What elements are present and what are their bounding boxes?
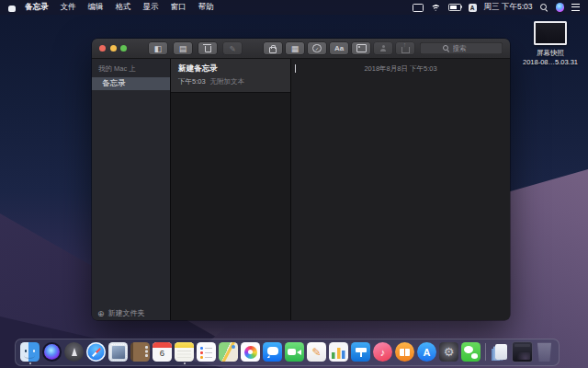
menu-edit[interactable]: 编辑 <box>88 2 104 13</box>
delete-note-button[interactable] <box>198 42 217 54</box>
sidebar-item-notes[interactable]: 备忘录 <box>92 77 170 90</box>
display-icon[interactable] <box>413 4 424 12</box>
new-folder-button[interactable]: 新建文件夹 <box>92 305 170 320</box>
dock-icon-art <box>535 342 554 362</box>
dock-icon-art <box>417 342 436 362</box>
add-people-button[interactable] <box>374 42 392 54</box>
menu-help[interactable]: 帮助 <box>198 2 214 13</box>
search-field[interactable] <box>420 42 503 54</box>
note-preview: 无附加文本 <box>210 77 245 86</box>
dock-icon-art <box>175 342 194 362</box>
wifi-icon[interactable] <box>431 4 441 11</box>
dock-icon-appstore[interactable] <box>417 342 436 362</box>
dock-icon-art <box>241 342 260 362</box>
dock-icon-photos[interactable] <box>241 342 260 362</box>
menu-view[interactable]: 显示 <box>143 2 159 13</box>
apple-menu-icon[interactable] <box>8 4 16 12</box>
screenshot-thumbnail[interactable] <box>534 21 567 45</box>
format-button[interactable]: Aa <box>330 42 348 54</box>
dock-icon-art <box>373 342 392 362</box>
dock-icon-art <box>263 342 282 362</box>
dock-icon-contacts[interactable] <box>130 342 150 362</box>
search-icon[interactable] <box>540 4 548 12</box>
dock-icon-separator <box>485 343 486 361</box>
dock-icon-art <box>395 342 414 362</box>
dock-icon-art <box>285 342 304 362</box>
dock-icon-downloads[interactable] <box>491 342 510 362</box>
open-indicator-dot <box>29 362 31 364</box>
input-source-icon[interactable] <box>469 4 477 12</box>
battery-icon[interactable] <box>448 4 461 11</box>
dock-icon-art <box>513 342 532 362</box>
open-indicator-dot <box>184 362 186 364</box>
dock-icon-reminders[interactable] <box>197 342 216 362</box>
dock-icon-numbers[interactable] <box>329 342 348 362</box>
dock-icon-art <box>86 342 106 362</box>
dock-icon-minimized-window[interactable] <box>513 342 532 362</box>
checklist-button[interactable] <box>308 42 326 54</box>
menu-window[interactable]: 窗口 <box>171 2 187 13</box>
toolbar-right-group: Aa <box>264 42 414 54</box>
dock-icon-art <box>307 342 326 362</box>
dock-icon-itunes[interactable] <box>373 342 392 362</box>
note-time: 下午5:03 <box>178 77 206 86</box>
dock-icon-finder[interactable] <box>20 342 40 362</box>
note-editor[interactable]: 2018年8月8日 下午5:03 <box>291 59 510 320</box>
dock-icon-launchpad[interactable] <box>64 342 84 362</box>
gallery-view-button[interactable] <box>174 42 192 54</box>
note-list-item[interactable]: 新建备忘录 下午5:03 无附加文本 <box>171 59 290 93</box>
search-input[interactable] <box>453 44 481 52</box>
text-caret <box>295 64 296 73</box>
menubar-status-area: 周三 下午5:03 <box>413 2 588 13</box>
dock-icon-pages[interactable] <box>307 342 326 362</box>
menu-bar: 备忘录文件编辑格式显示窗口帮助 周三 下午5:03 <box>0 0 588 15</box>
dock-icon-facetime[interactable] <box>285 342 304 362</box>
dock-icon-art <box>44 344 60 360</box>
dock-icon-art <box>108 342 128 362</box>
notification-center-icon[interactable] <box>571 4 580 11</box>
search-icon <box>443 45 450 52</box>
sidebar-item-label: 备忘录 <box>102 78 126 89</box>
close-button[interactable] <box>99 45 106 52</box>
dock-icon-notes[interactable] <box>175 342 194 362</box>
notes-window: Aa 我的 Mac 上 备忘录 新建文件夹 新建备忘录 下午5:03 无附加文 <box>92 39 510 320</box>
status-icons <box>413 4 477 12</box>
desktop-screenshot-file[interactable]: 屏幕快照 2018-08…5.03.31 <box>514 21 586 66</box>
dock-icon-safari[interactable] <box>86 342 106 362</box>
dock-icon-books[interactable] <box>395 342 414 362</box>
new-note-button[interactable] <box>223 42 242 54</box>
table-button[interactable] <box>286 42 304 54</box>
menubar-left: 备忘录文件编辑格式显示窗口帮助 <box>0 2 214 13</box>
dock-icon-messages[interactable] <box>263 342 282 362</box>
dock-icon-art <box>20 342 40 362</box>
minimize-button[interactable] <box>110 45 117 52</box>
dock-icon-art <box>197 342 216 362</box>
dock-icon-siri[interactable] <box>42 342 62 362</box>
note-date: 2018年8月8日 下午5:03 <box>291 64 510 74</box>
menu-list: 备忘录文件编辑格式显示窗口帮助 <box>25 2 214 13</box>
dock-icon-keynote[interactable] <box>351 342 370 362</box>
menu-file[interactable]: 文件 <box>61 2 76 13</box>
note-title: 新建备忘录 <box>178 63 283 75</box>
dock-icon-art <box>491 342 510 362</box>
dock-icon-trash[interactable] <box>535 342 554 362</box>
siri-icon[interactable] <box>556 3 565 12</box>
menu-format[interactable]: 格式 <box>116 2 131 13</box>
dock-icon-calendar[interactable] <box>153 342 172 362</box>
dock-icon-mail[interactable] <box>108 342 128 362</box>
dock <box>15 339 560 366</box>
media-button[interactable] <box>352 42 370 54</box>
notes-list: 新建备忘录 下午5:03 无附加文本 <box>171 59 291 320</box>
sidebar-view-button[interactable] <box>149 42 167 54</box>
traffic-lights <box>99 45 127 52</box>
menu-notes[interactable]: 备忘录 <box>25 2 49 13</box>
share-button[interactable] <box>396 42 414 54</box>
dock-icon-maps[interactable] <box>219 342 238 362</box>
lock-button[interactable] <box>264 42 282 54</box>
note-meta: 下午5:03 无附加文本 <box>178 77 283 86</box>
dock-icon-wechat[interactable] <box>461 342 481 362</box>
zoom-button[interactable] <box>120 45 127 52</box>
dock-icon-system-preferences[interactable] <box>439 342 458 362</box>
window-titlebar[interactable]: Aa <box>92 39 510 59</box>
menubar-clock[interactable]: 周三 下午5:03 <box>484 2 533 13</box>
